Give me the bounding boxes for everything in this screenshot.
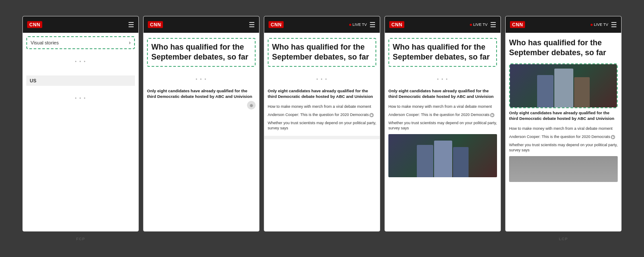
live-dot	[349, 24, 351, 26]
screen1-wrapper: CNN ☰ Visual stories › • • • US • • •	[22, 16, 139, 241]
related-link-2: Anderson Cooper: This is the question fo…	[264, 111, 380, 119]
body-text: Only eight candidates have already quali…	[506, 110, 621, 122]
related-link-3: Whether you trust scientists may depend …	[264, 119, 380, 132]
play-icon: ▶	[369, 113, 374, 117]
nav-right: LIVE TV ☰	[591, 21, 617, 29]
nav-right: LIVE TV ☰	[349, 21, 375, 29]
headline-highlighted: Who has qualified for the September deba…	[147, 38, 256, 67]
related-link-2: Anderson Cooper: This is the question fo…	[385, 111, 500, 119]
body-text: Only eight candidates have already quali…	[385, 88, 500, 100]
cnn-logo: CNN	[269, 21, 284, 28]
nav-right: LIVE TV ☰	[470, 21, 496, 29]
cnn-logo: CNN	[148, 21, 163, 28]
screen3: CNN LIVE TV ☰ Who has qualified for the …	[264, 16, 380, 232]
scroll-indicator: ⊕	[247, 101, 256, 110]
lcp-label: LCP	[559, 237, 568, 241]
main-container: CNN ☰ Visual stories › • • • US • • •	[13, 16, 631, 241]
fcp-label: FCP	[76, 237, 85, 241]
dots: • • •	[144, 70, 259, 88]
screen3-content-area: Who has qualified for the September deba…	[264, 33, 380, 231]
cnn-logo: CNN	[510, 21, 525, 28]
screen4-wrapper: CNN LIVE TV ☰ Who has qualified for the …	[385, 16, 501, 237]
related-link-3: Whether you trust scientists may depend …	[506, 141, 621, 154]
live-tv-text: LIVE TV	[473, 22, 488, 27]
screen2-wrapper: CNN ☰ Who has qualified for the Septembe…	[143, 16, 259, 237]
hamburger-icon[interactable]: ☰	[369, 21, 375, 29]
headline-highlighted: Who has qualified for the September deba…	[268, 38, 376, 67]
live-tv: LIVE TV	[349, 22, 367, 27]
dots1: • • •	[26, 53, 135, 70]
screen3-wrapper: CNN LIVE TV ☰ Who has qualified for the …	[264, 16, 380, 237]
screen1-content-area: Visual stories › • • • US • • •	[23, 33, 138, 231]
live-tv-text: LIVE TV	[353, 22, 367, 27]
headline-highlighted: Who has qualified for the September deba…	[388, 38, 497, 67]
dots2: • • •	[26, 89, 135, 107]
screen1-navbar: CNN ☰	[23, 16, 138, 33]
debate-image-partial	[388, 134, 497, 177]
hamburger-icon[interactable]: ☰	[611, 21, 617, 29]
screen5: CNN LIVE TV ☰ Who has qualified for the …	[505, 16, 622, 232]
related-link-1: How to make money with merch from a vira…	[264, 103, 380, 111]
screen2-navbar: CNN ☰	[144, 16, 259, 33]
screen5-wrapper: CNN LIVE TV ☰ Who has qualified for the …	[505, 16, 622, 241]
live-tv: LIVE TV	[591, 22, 608, 27]
body-text: Only eight candidates have already quali…	[264, 88, 380, 100]
image-highlighted-box	[509, 63, 618, 108]
debate-image-lcp	[510, 64, 617, 107]
related-link-2: Anderson Cooper: This is the question fo…	[506, 133, 621, 141]
live-tv: LIVE TV	[470, 22, 488, 27]
live-dot	[591, 24, 593, 26]
dots: • • •	[385, 70, 500, 88]
screen3-navbar: CNN LIVE TV ☰	[264, 16, 380, 33]
visual-stories-label: Visual stories	[31, 40, 59, 45]
hamburger-icon[interactable]: ☰	[490, 21, 496, 29]
screen4: CNN LIVE TV ☰ Who has qualified for the …	[385, 16, 501, 232]
play-icon: ▶	[490, 113, 494, 117]
screen2-content-area: Who has qualified for the September deba…	[144, 33, 259, 231]
screen2: CNN ☰ Who has qualified for the Septembe…	[143, 16, 259, 232]
dots: • • •	[264, 70, 380, 88]
related-link-1: How to make money with merch from a vira…	[506, 125, 621, 133]
play-icon: ▶	[611, 135, 615, 139]
related-link-3: Whether you trust scientists may depend …	[385, 119, 500, 132]
headline: Who has qualified for the September deba…	[506, 34, 621, 62]
live-dot	[470, 24, 472, 26]
chevron-right-icon: ›	[129, 40, 131, 46]
cnn-logo: CNN	[27, 21, 42, 28]
related-link-1: How to make money with merch from a vira…	[385, 103, 500, 111]
screen4-content-area: Who has qualified for the September deba…	[385, 33, 500, 231]
screen4-navbar: CNN LIVE TV ☰	[385, 16, 500, 33]
body-text: Only eight candidates have already quali…	[144, 88, 259, 100]
visual-stories-box: Visual stories ›	[26, 36, 135, 49]
screen5-content-area: Who has qualified for the September deba…	[506, 33, 621, 231]
hamburger-icon[interactable]: ☰	[128, 21, 134, 29]
second-image	[509, 156, 618, 182]
screen5-navbar: CNN LIVE TV ☰	[506, 16, 621, 33]
screenshots-row: CNN ☰ Visual stories › • • • US • • •	[13, 16, 631, 241]
screen1: CNN ☰ Visual stories › • • • US • • •	[22, 16, 139, 232]
hamburger-icon[interactable]: ☰	[249, 21, 255, 29]
cnn-logo: CNN	[389, 21, 404, 28]
live-tv-text: LIVE TV	[594, 22, 608, 27]
us-section-label: US	[26, 75, 135, 86]
